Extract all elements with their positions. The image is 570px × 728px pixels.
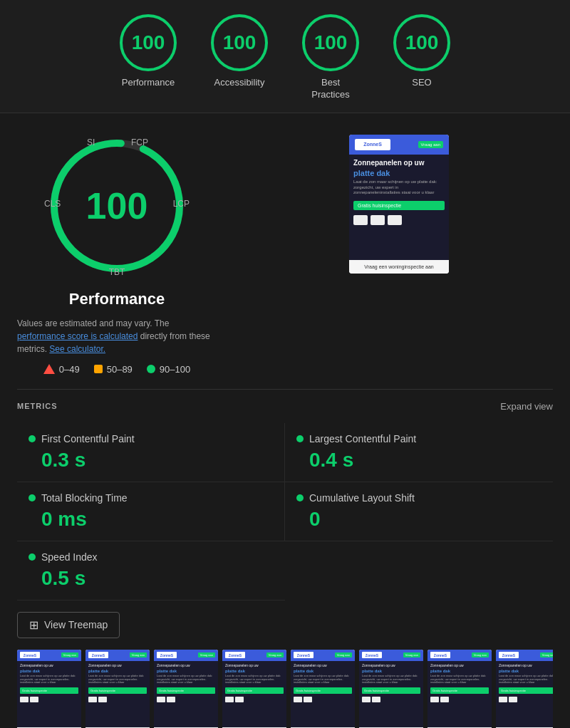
treemap-icon: ⊞ — [29, 618, 38, 632]
metric-fcp-value: 0.3 s — [28, 449, 273, 472]
score-legend: 0–49 50–89 90–100 — [43, 364, 190, 375]
score-circle-seo: 100 — [393, 14, 450, 71]
gauge-label-si: SI — [87, 137, 95, 147]
score-circle-accessibility: 100 — [211, 14, 268, 71]
screenshot-partner-logo-1 — [353, 215, 368, 225]
thumb-1-btn: Vraag aan — [61, 652, 78, 657]
thumbnail-1: ZonneS Vraag aan Zonnepanelen op uw plat… — [17, 650, 81, 728]
page-screenshot: ZonneS Vraag aan Zonnepanelen op uw plat… — [349, 135, 449, 274]
metrics-title: METRICS — [17, 402, 58, 410]
metric-si-name-row: Speed Index — [28, 551, 274, 563]
thumbnail-6: ZonneS Vraag aan Zonnepanelen op uw plat… — [359, 650, 423, 728]
metric-cls: Cumulative Layout Shift 0 — [285, 482, 553, 541]
thumb-1-header: ZonneS Vraag aan — [17, 650, 81, 661]
score-accessibility: 100 Accessibility — [211, 14, 268, 101]
metric-cls-name-row: Cumulative Layout Shift — [296, 492, 542, 504]
metric-fcp-dot — [28, 435, 36, 442]
average-icon — [94, 365, 103, 373]
metric-lcp-label: Largest Contentful Paint — [309, 433, 416, 444]
screenshot-container: ZonneS Vraag aan Zonnepanelen op uw plat… — [245, 128, 553, 274]
metric-tbt-name-row: Total Blocking Time — [28, 492, 273, 504]
metric-si-value: 0.5 s — [28, 567, 274, 590]
main-content: SI FCP CLS LCP TBT 100 Performance Value… — [0, 113, 570, 728]
gauge-label-fcp: FCP — [131, 137, 148, 147]
thumb-1-logo: ZonneS — [20, 652, 40, 658]
perf-section-title: Performance — [69, 290, 165, 308]
screenshot-partner-logo-2 — [370, 215, 385, 225]
screenshot-inspection-btn: Gratis huisinspectie — [353, 201, 445, 210]
metric-lcp-value: 0.4 s — [296, 449, 542, 472]
score-label-seo: SEO — [412, 77, 431, 89]
score-best-practices: 100 BestPractices — [302, 14, 359, 101]
score-circle-best-practices: 100 — [302, 14, 359, 71]
gauge-container: SI FCP CLS LCP TBT 100 Performance Value… — [17, 128, 217, 375]
fail-icon — [43, 364, 55, 374]
metrics-header: METRICS Expand view — [17, 401, 553, 412]
perf-description: Values are estimated and may vary. The p… — [17, 317, 217, 355]
metric-lcp-name-row: Largest Contentful Paint — [296, 433, 542, 444]
metric-fcp-name-row: First Contentful Paint — [28, 433, 273, 444]
thumbnail-4: ZonneS Vraag aan Zonnepanelen op uw plat… — [222, 650, 286, 728]
screenshot-partner-logo-3 — [388, 215, 402, 225]
screenshot-highlight-text: platte dak — [353, 169, 445, 177]
treemap-section: ⊞ View Treemap ZonneS Vraag aan Zonnepan… — [17, 612, 553, 728]
section-divider — [17, 389, 553, 390]
gauge-center-value: 100 — [86, 184, 148, 227]
legend-pass: 90–100 — [147, 364, 190, 375]
legend-average: 50–89 — [94, 364, 133, 375]
screenshot-body: Zonnepanelen op uw platte dak Laat de zo… — [349, 155, 449, 260]
score-label-performance: Performance — [122, 77, 175, 89]
pass-icon — [147, 365, 155, 373]
screenshot-header: ZonneS Vraag aan — [349, 135, 449, 155]
metric-cls-dot — [296, 494, 304, 501]
gauge-label-tbt: TBT — [109, 267, 125, 277]
expand-view-button[interactable]: Expand view — [500, 401, 553, 412]
score-seo: 100 SEO — [393, 14, 450, 101]
legend-fail: 0–49 — [43, 364, 80, 375]
metric-lcp-dot — [296, 435, 304, 442]
screenshot-logos-row — [353, 215, 445, 225]
metric-tbt-dot — [28, 494, 36, 501]
thumb-1-body: Zonnepanelen op uw platte dak Laat de zo… — [17, 661, 81, 727]
thumbnail-2: ZonneS Vraag aan Zonnepanelen op uw plat… — [86, 650, 150, 728]
view-treemap-button[interactable]: ⊞ View Treemap — [17, 612, 120, 638]
gauge-labels: SI FCP CLS LCP TBT 100 — [38, 128, 195, 284]
treemap-btn-label: View Treemap — [44, 619, 108, 630]
thumbnail-5: ZonneS Vraag aan Zonnepanelen op uw plat… — [291, 650, 355, 728]
thumbnails-strip: ZonneS Vraag aan Zonnepanelen op uw plat… — [17, 650, 553, 728]
metric-lcp: Largest Contentful Paint 0.4 s — [285, 423, 553, 482]
gauge-label-lcp: LCP — [173, 199, 190, 209]
metrics-grid: First Contentful Paint 0.3 s Largest Con… — [17, 423, 553, 541]
gauge-label-cls: CLS — [44, 199, 61, 209]
score-performance: 100 Performance — [120, 14, 177, 101]
score-label-best-practices: BestPractices — [311, 77, 349, 101]
screenshot-site-logo: ZonneS — [355, 139, 390, 150]
metric-fcp-label: First Contentful Paint — [41, 433, 135, 444]
metric-cls-value: 0 — [296, 508, 542, 531]
screenshot-cta-btn: Vraag aan — [418, 141, 443, 148]
score-label-accessibility: Accessibility — [214, 77, 265, 89]
metric-tbt: Total Blocking Time 0 ms — [17, 482, 285, 541]
thumbnail-3: ZonneS Vraag aan Zonnepanelen op uw plat… — [154, 650, 218, 728]
calculator-link[interactable]: See calculator. — [49, 344, 105, 354]
metric-si-label: Speed Index — [41, 551, 98, 563]
metric-fcp: First Contentful Paint 0.3 s — [17, 423, 285, 482]
thumbnail-7: ZonneS Vraag aan Zonnepanelen op uw plat… — [428, 650, 492, 728]
metric-cls-label: Cumulative Layout Shift — [309, 492, 415, 504]
metric-tbt-label: Total Blocking Time — [41, 492, 128, 504]
performance-section: SI FCP CLS LCP TBT 100 Performance Value… — [17, 128, 553, 375]
scores-section: 100 Performance 100 Accessibility 100 Be… — [0, 0, 570, 113]
perf-score-link[interactable]: performance score is calculated — [17, 331, 138, 341]
screenshot-body-text: Laat de zon maar schijnen op uw platte d… — [353, 180, 445, 196]
score-circle-performance: 100 — [120, 14, 177, 71]
screenshot-footer: Vraag een woninginspectie aan — [349, 260, 449, 274]
metric-tbt-value: 0 ms — [28, 508, 273, 531]
thumbnail-8: ZonneS Vraag aan Zonnepanelen op uw plat… — [496, 650, 553, 728]
screenshot-page-title: Zonnepanelen op uw — [353, 159, 445, 167]
metric-si-dot — [28, 553, 36, 561]
metric-si: Speed Index 0.5 s — [17, 541, 285, 600]
